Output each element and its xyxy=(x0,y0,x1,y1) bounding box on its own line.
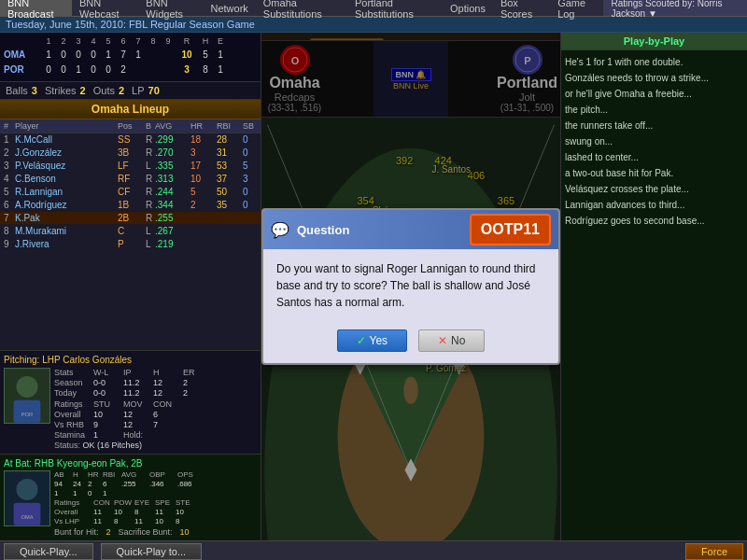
menu-network[interactable]: Network xyxy=(203,0,255,16)
svg-text:OMA: OMA xyxy=(21,514,33,520)
game-state: Balls 3 Strikes 2 Outs 2 LP 70 xyxy=(0,82,261,100)
balls-indicator: Balls 3 xyxy=(6,85,37,96)
menu-bnn-webcast[interactable]: BNN Webcast xyxy=(72,0,138,16)
pitching-title: Pitching: LHP Carlos Gonzáles xyxy=(4,355,257,365)
force-button[interactable]: Force xyxy=(685,543,743,560)
score-row-por: POR 00100 2 381 xyxy=(4,63,257,77)
menu-box-scores[interactable]: Box Scores xyxy=(493,0,550,16)
pbp-line: Velásquez crosses the plate... xyxy=(565,181,743,197)
menu-bnn-widgets[interactable]: BNN Widgets xyxy=(138,0,203,16)
modal-title: Question xyxy=(297,223,349,237)
yes-button[interactable]: ✓ Yes xyxy=(337,329,408,352)
left-panel: 12345 6789 RHE OMA 10001 71 1051 POR 001… xyxy=(0,33,261,540)
pitcher-portrait: POR xyxy=(4,368,50,424)
atbat-section: At Bat: RHB Kyeong-eon Pak, 2B OMA ABHHR… xyxy=(0,454,261,540)
lineup-row[interactable]: 6 A.Rodríguez 1B R .344 2 35 0 xyxy=(0,199,261,212)
modal-title-bar: 💬 Question OOTP11 xyxy=(263,210,558,249)
lineup-row[interactable]: 4 C.Benson RF R .313 10 37 3 xyxy=(0,173,261,186)
scoreboard: 12345 6789 RHE OMA 10001 71 1051 POR 001… xyxy=(0,33,261,82)
score-header: 12345 6789 RHE xyxy=(4,36,257,46)
pitching-section: Pitching: LHP Carlos Gonzáles POR StatsW… xyxy=(0,350,261,454)
field-area: Banks Park 354 392 424 406 365 321 327 J… xyxy=(261,33,560,540)
lineup-row[interactable]: 7 K.Pak 2B R .255 xyxy=(0,212,261,225)
modal-overlay: 💬 Question OOTP11 Do you want to signal … xyxy=(261,33,560,540)
question-modal: 💬 Question OOTP11 Do you want to signal … xyxy=(261,208,560,365)
pbp-line: lashed to center... xyxy=(565,149,743,165)
ootp-logo: OOTP11 xyxy=(470,214,551,245)
menu-game-log[interactable]: Game Log xyxy=(550,0,603,16)
play-by-play[interactable]: He's 1 for 1 with one double.Gonzáles ne… xyxy=(561,50,747,540)
svg-point-5 xyxy=(16,479,37,500)
lineup-row[interactable]: 8 M.Murakami C L .267 xyxy=(0,225,261,238)
quick-play-to-button[interactable]: Quick-Play to... xyxy=(101,543,203,560)
lineup-column-headers: #PlayerPosB AVGHRRBISB xyxy=(0,119,261,133)
pbp-line: the pitch... xyxy=(565,102,743,118)
lineup-row[interactable]: 2 J.González 3B R .270 3 31 0 xyxy=(0,147,261,160)
pbp-line: a two-out base hit for Pak. xyxy=(565,165,743,181)
svg-text:POR: POR xyxy=(21,412,33,417)
strikes-indicator: Strikes 2 xyxy=(45,85,86,96)
pbp-line: Rodríguez goes to second base... xyxy=(565,213,743,229)
right-panel: Play-by-Play He's 1 for 1 with one doubl… xyxy=(560,33,747,540)
menu-portland-subs[interactable]: Portland Substitutions xyxy=(347,0,443,16)
lineup-header: Omaha Lineup xyxy=(0,100,261,119)
pbp-line: Gonzáles needs to throw a strike... xyxy=(565,70,743,86)
rating-bar[interactable]: Ratings Scouted by: Norris Jackson ▼ xyxy=(603,0,747,16)
quick-play-button[interactable]: Quick-Play... xyxy=(4,543,93,560)
batter-portrait: OMA xyxy=(4,470,50,526)
modal-buttons: ✓ Yes ✕ No xyxy=(263,322,558,363)
pbp-line: swung on... xyxy=(565,133,743,149)
pbp-line: Lannigan advances to third... xyxy=(565,197,743,213)
lp-indicator: LP 70 xyxy=(132,85,160,96)
outs-indicator: Outs 2 xyxy=(93,85,124,96)
svg-point-1 xyxy=(16,376,37,398)
main-area: 12345 6789 RHE OMA 10001 71 1051 POR 001… xyxy=(0,33,747,540)
bottom-bar: Quick-Play... Quick-Play to... Force xyxy=(0,540,747,560)
menu-omaha-subs[interactable]: Omaha Substitutions xyxy=(256,0,347,16)
no-button[interactable]: ✕ No xyxy=(418,329,485,352)
pbp-line: the runners take off... xyxy=(565,118,743,133)
date-bar: Tuesday, June 15th, 2010: FBL Regular Se… xyxy=(0,17,747,33)
lineup-row[interactable]: 5 R.Lannigan CF R .244 5 50 0 xyxy=(0,186,261,199)
lineup-row[interactable]: 1 K.McCall SS R .299 18 28 0 xyxy=(0,133,261,147)
lineup-row[interactable]: 9 J.Rivera P L .219 xyxy=(0,238,261,251)
score-row-oma: OMA 10001 71 1051 xyxy=(4,48,257,63)
menu-options[interactable]: Options xyxy=(443,0,493,16)
lineup-table: #PlayerPosB AVGHRRBISB 1 K.McCall SS R .… xyxy=(0,119,261,350)
pbp-line: He's 1 for 1 with one double. xyxy=(565,54,743,70)
atbat-title: At Bat: RHB Kyeong-eon Pak, 2B xyxy=(4,458,257,469)
menu-bar: BNN Broadcast BNN Webcast BNN Widgets Ne… xyxy=(0,0,747,17)
play-by-play-header: Play-by-Play xyxy=(561,33,747,50)
lineup-row[interactable]: 3 P.Velásquez LF L .335 17 53 5 xyxy=(0,160,261,173)
menu-bnn-broadcast[interactable]: BNN Broadcast xyxy=(0,0,72,16)
pbp-line: or he'll give Omaha a freebie... xyxy=(565,86,743,102)
modal-body: Do you want to signal Roger Lannigan to … xyxy=(263,249,558,322)
